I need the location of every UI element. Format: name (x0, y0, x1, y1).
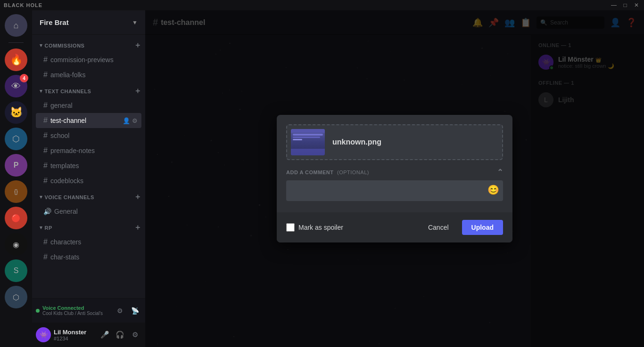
minimize-button[interactable]: — (610, 2, 618, 8)
server-sidebar: ⌂ 🔥 👁 4 🐱 ⬡ P {} 🔴 ◉ S ⬡ (0, 10, 32, 347)
section-header-voice[interactable]: ▾ VOICE CHANNELS ＋ (32, 190, 145, 204)
upload-modal-footer: Mark as spoiler Cancel Upload (277, 212, 512, 242)
voice-status-dot (36, 309, 40, 313)
voice-connected-bar: Voice Connected Cool Kids Club / Anti So… (32, 298, 145, 323)
voice-settings-icon[interactable]: ⚙ (113, 304, 126, 317)
channel-item-char-stats[interactable]: # char-stats (36, 250, 141, 265)
thumbnail-preview (291, 129, 325, 155)
server-icon-2[interactable]: 👁 4 (5, 75, 27, 97)
server-icon-9[interactable]: S (5, 259, 27, 282)
user-bar: 👾 Lil Monster #1234 🎤 🎧 ⚙ (32, 323, 145, 347)
channel-item-characters[interactable]: # characters (36, 234, 141, 250)
server-icon-7[interactable]: 🔴 (5, 207, 27, 229)
collapse-icon: ▾ (40, 42, 43, 48)
settings-icon[interactable]: ⚙ (132, 117, 138, 124)
title-bar: BLACK HOLE — □ ✕ (0, 0, 644, 10)
voice-connected-label: Voice Connected (42, 305, 110, 311)
notification-badge: 4 (20, 74, 28, 82)
channel-list: ▾ COMMISSIONS ＋ # commission-previews # … (32, 35, 145, 298)
user-tag-label: #1234 (54, 336, 95, 341)
channel-sidebar: Fire Brat ▼ ▾ COMMISSIONS ＋ # commission… (32, 10, 145, 347)
upload-filename-label: unknown.png (332, 138, 381, 146)
section-rp: ▾ RP ＋ # characters # char-stats (32, 221, 145, 265)
hash-icon: # (43, 116, 48, 125)
app-title: BLACK HOLE (4, 2, 42, 8)
home-button[interactable]: ⌂ (5, 14, 27, 37)
deafen-button[interactable]: 🎧 (113, 328, 126, 341)
server-icon-6[interactable]: {} (5, 180, 27, 203)
server-icon-10[interactable]: ⬡ (5, 286, 27, 308)
collapse-icon: ▾ (40, 88, 43, 94)
upload-modal-body: unknown.png ADD A COMMENT (OPTIONAL) ⌃ (277, 115, 512, 212)
channel-item-school[interactable]: # school (36, 128, 141, 143)
channel-item-codeblocks[interactable]: # codeblocks (36, 173, 141, 188)
server-icon-3[interactable]: 🐱 (5, 101, 27, 124)
section-voice-channels: ▾ VOICE CHANNELS ＋ 🔊 General (32, 190, 145, 219)
collapse-icon: ▾ (40, 194, 43, 200)
upload-modal: unknown.png ADD A COMMENT (OPTIONAL) ⌃ (277, 115, 512, 242)
spoiler-label: Mark as spoiler (298, 224, 343, 231)
server-icon-1[interactable]: 🔥 (5, 48, 27, 71)
spoiler-checkbox-input[interactable] (286, 223, 295, 232)
add-channel-button-text[interactable]: ＋ (134, 86, 142, 96)
voice-disconnect-icon[interactable]: 📡 (128, 304, 141, 317)
upload-button[interactable]: Upload (462, 220, 503, 235)
optional-label: (OPTIONAL) (337, 169, 369, 175)
section-header-text[interactable]: ▾ TEXT CHANNELS ＋ (32, 84, 145, 98)
user-settings-button[interactable]: ⚙ (128, 328, 141, 341)
hash-icon: # (43, 238, 48, 246)
server-icon-5[interactable]: P (5, 154, 27, 177)
hash-icon: # (43, 101, 48, 110)
hash-icon: # (43, 131, 48, 140)
add-member-icon[interactable]: 👤 (123, 117, 130, 124)
server-icon-8[interactable]: ◉ (5, 233, 27, 256)
channel-item-amelia-folks[interactable]: # amelia-folks (36, 67, 141, 82)
maximize-button[interactable]: □ (621, 2, 629, 8)
channel-item-commission-previews[interactable]: # commission-previews (36, 52, 141, 67)
server-name-label: Fire Brat (40, 18, 69, 26)
close-button[interactable]: ✕ (633, 2, 640, 8)
voice-server-label: Cool Kids Club / Anti Social's (42, 311, 110, 316)
modal-overlay: unknown.png ADD A COMMENT (OPTIONAL) ⌃ (145, 10, 644, 347)
chevron-down-icon: ▼ (132, 19, 138, 26)
upload-comment-section: ADD A COMMENT (OPTIONAL) ⌃ 😊 (286, 168, 503, 201)
main-content: # test-channel 🔔 📌 👥 📋 🔍 Search 👤 ❓ (145, 10, 644, 347)
hash-icon: # (43, 56, 48, 64)
collapse-button[interactable]: ⌃ (497, 168, 504, 177)
speaker-icon: 🔊 (43, 208, 51, 215)
mute-button[interactable]: 🎤 (98, 328, 111, 341)
hash-icon: # (43, 253, 48, 261)
section-commissions: ▾ COMMISSIONS ＋ # commission-previews # … (32, 39, 145, 82)
upload-thumbnail (291, 129, 325, 155)
comment-textarea[interactable] (292, 184, 486, 192)
emoji-button[interactable]: 😊 (487, 184, 499, 195)
server-icon-4[interactable]: ⬡ (5, 128, 27, 150)
section-header-commissions[interactable]: ▾ COMMISSIONS ＋ (32, 39, 145, 52)
add-comment-label: ADD A COMMENT (286, 169, 333, 175)
channel-item-general[interactable]: # general (36, 98, 141, 113)
section-header-rp[interactable]: ▾ RP ＋ (32, 221, 145, 234)
app-container: ⌂ 🔥 👁 4 🐱 ⬡ P {} 🔴 ◉ S ⬡ Fire Brat ▼ ▾ C… (0, 10, 644, 347)
cancel-button[interactable]: Cancel (421, 220, 456, 235)
section-text-channels: ▾ TEXT CHANNELS ＋ # general # test-chann… (32, 84, 145, 188)
window-controls: — □ ✕ (610, 2, 640, 8)
channel-item-test-channel[interactable]: # test-channel 👤 ⚙ (36, 113, 141, 128)
add-channel-button[interactable]: ＋ (134, 40, 142, 50)
hash-icon: # (43, 146, 48, 155)
collapse-icon: ▾ (40, 225, 43, 231)
username-label: Lil Monster (54, 329, 95, 336)
add-voice-channel-button[interactable]: ＋ (134, 192, 142, 202)
hash-icon: # (43, 177, 48, 185)
voice-channel-general[interactable]: 🔊 General (36, 204, 141, 219)
avatar: 👾 (36, 327, 51, 342)
server-name-header[interactable]: Fire Brat ▼ (32, 10, 145, 35)
upload-comment-input[interactable]: 😊 (286, 180, 503, 201)
hash-icon: # (43, 161, 48, 170)
modal-footer-buttons: Cancel Upload (421, 220, 503, 235)
upload-file-row: unknown.png (286, 124, 503, 160)
spoiler-checkbox[interactable]: Mark as spoiler (286, 223, 343, 232)
add-rp-channel-button[interactable]: ＋ (134, 223, 142, 233)
hash-icon: # (43, 71, 48, 79)
channel-item-premade-notes[interactable]: # premade-notes (36, 143, 141, 158)
channel-item-templates[interactable]: # templates (36, 158, 141, 173)
